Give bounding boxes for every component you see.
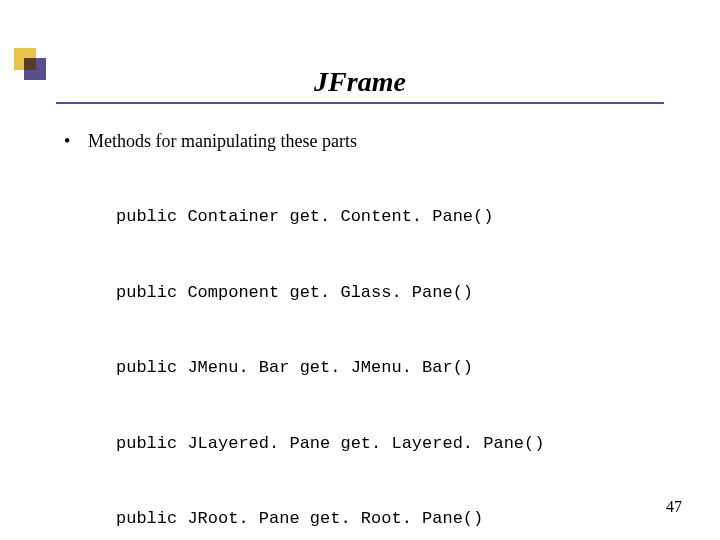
code-line: public JMenu. Bar get. JMenu. Bar() bbox=[116, 355, 664, 380]
page-number: 47 bbox=[666, 498, 682, 516]
slide-body: • Methods for manipulating these parts p… bbox=[64, 128, 664, 540]
code-line: public Container get. Content. Pane() bbox=[116, 204, 664, 229]
code-line: public JLayered. Pane get. Layered. Pane… bbox=[116, 431, 664, 456]
code-line: public JRoot. Pane get. Root. Pane() bbox=[116, 506, 664, 531]
slide: JFrame • Methods for manipulating these … bbox=[0, 0, 720, 540]
code-line: public Component get. Glass. Pane() bbox=[116, 280, 664, 305]
slide-title: JFrame bbox=[0, 66, 720, 98]
title-underline bbox=[56, 102, 664, 104]
code-block-getters: public Container get. Content. Pane() pu… bbox=[116, 154, 664, 540]
bullet-item: • Methods for manipulating these parts bbox=[64, 128, 664, 154]
bullet-dot: • bbox=[64, 128, 88, 154]
bullet-text: Methods for manipulating these parts bbox=[88, 128, 357, 154]
